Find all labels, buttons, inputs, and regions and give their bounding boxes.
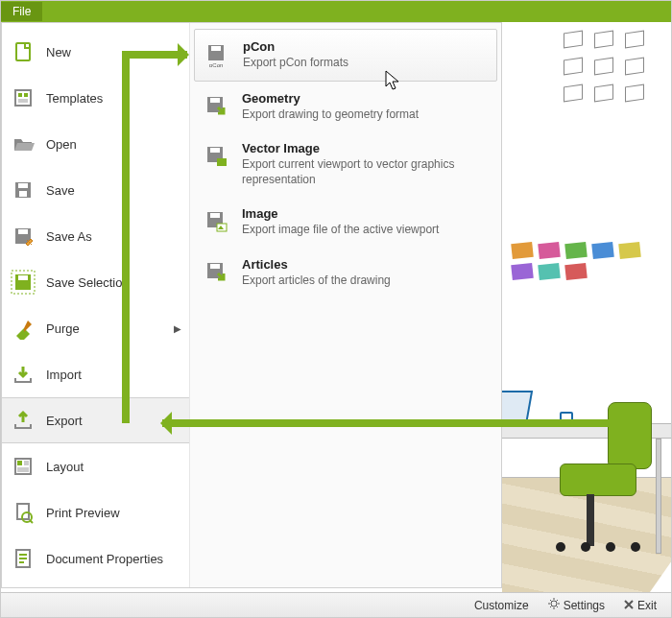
sub-title: Geometry: [242, 91, 488, 106]
purge-icon: [10, 315, 36, 342]
open-icon: [10, 131, 36, 157]
export-item-articles[interactable]: Articles Export articles of the drawing: [194, 248, 497, 298]
svg-rect-15: [24, 461, 29, 465]
file-item-templates[interactable]: Templates: [2, 75, 189, 121]
annotation-arrow: [122, 51, 130, 423]
gear-icon: [548, 598, 560, 612]
file-item-save[interactable]: Save: [2, 167, 189, 213]
file-item-open[interactable]: Open: [2, 121, 189, 167]
file-item-save-as[interactable]: Save As: [2, 213, 189, 259]
file-menu-panel: New Templates Open Save Save As Save Sel…: [1, 22, 502, 588]
pcon-export-icon: pCon: [204, 41, 231, 68]
file-item-label: Save Selection: [46, 275, 181, 290]
layout-icon: [10, 453, 36, 480]
svg-rect-2: [18, 93, 22, 97]
articles-export-icon: [204, 259, 230, 286]
import-icon: [10, 361, 36, 388]
print-preview-icon: [10, 499, 36, 526]
svg-rect-14: [17, 461, 22, 465]
sub-desc: Export image file of the active viewport: [242, 223, 488, 238]
menubar: File: [1, 1, 671, 22]
svg-point-33: [551, 601, 557, 606]
chevron-right-icon: ▶: [174, 323, 181, 334]
svg-rect-4: [18, 99, 28, 103]
file-item-label: Layout: [46, 460, 181, 474]
file-menu-column: New Templates Open Save Save As Save Sel…: [2, 23, 190, 587]
file-item-label: Document Properties: [46, 552, 181, 566]
svg-rect-16: [17, 467, 29, 472]
menu-file[interactable]: File: [1, 2, 42, 21]
statusbar: Customize Settings Exit: [1, 592, 671, 617]
scene-chair: [587, 494, 594, 546]
svg-text:pCon: pCon: [209, 62, 223, 67]
vector-image-export-icon: [204, 143, 230, 170]
export-item-geometry[interactable]: Geometry Export drawing to geometry form…: [194, 82, 497, 132]
export-icon: [10, 407, 36, 434]
sub-title: Image: [242, 206, 488, 221]
file-item-label: Print Preview: [46, 506, 181, 520]
sub-desc: Export drawing to geometry format: [242, 107, 488, 123]
settings-button[interactable]: Settings: [540, 594, 613, 616]
settings-label: Settings: [564, 599, 605, 612]
save-icon: [10, 177, 36, 203]
file-item-purge[interactable]: Purge ▶: [2, 305, 189, 351]
file-item-print-preview[interactable]: Print Preview: [2, 489, 189, 535]
annotation-arrow: [162, 419, 650, 427]
templates-icon: [10, 84, 36, 111]
sub-title: Vector Image: [242, 141, 488, 155]
svg-rect-29: [210, 213, 220, 218]
customize-button[interactable]: Customize: [466, 595, 538, 616]
file-item-label: Templates: [46, 91, 181, 106]
save-as-icon: [10, 223, 36, 250]
scene-chair: [608, 402, 652, 469]
svg-rect-9: [18, 229, 28, 234]
export-item-image[interactable]: Image Export image file of the active vi…: [194, 197, 497, 248]
export-item-vector-image[interactable]: Vector Image Export current viewport to …: [194, 131, 497, 197]
view-cube-grid[interactable]: [564, 32, 652, 108]
customize-label: Customize: [474, 599, 529, 612]
export-item-pcon[interactable]: pCon pCon Export pCon formats: [194, 29, 497, 82]
svg-rect-27: [217, 158, 227, 166]
file-item-save-selection[interactable]: Save Selection: [2, 259, 189, 305]
svg-rect-12: [18, 275, 28, 280]
file-item-label: Save As: [46, 229, 181, 244]
file-item-label: Purge: [46, 321, 164, 336]
file-item-label: Import: [46, 368, 181, 382]
sub-desc: Export pCon formats: [243, 56, 487, 71]
sub-desc: Export articles of the drawing: [242, 273, 488, 289]
scene-wall-art: [512, 243, 656, 279]
image-export-icon: [204, 208, 230, 235]
file-item-label: Open: [46, 137, 181, 152]
annotation-arrow: [122, 51, 187, 59]
svg-rect-6: [18, 183, 28, 188]
svg-rect-24: [210, 98, 220, 103]
sub-desc: Export current viewport to vector graphi…: [242, 157, 488, 187]
scene-chair: [560, 464, 636, 496]
close-icon: [624, 599, 634, 612]
export-submenu: pCon pCon Export pCon formats Geometry E…: [190, 23, 501, 587]
sub-title: Articles: [242, 257, 488, 272]
viewport-canvas: [502, 22, 671, 592]
file-item-label: Save: [46, 183, 181, 198]
exit-button[interactable]: Exit: [615, 595, 665, 616]
file-item-layout[interactable]: Layout: [2, 443, 189, 489]
scene-desk-leg: [656, 439, 661, 554]
svg-rect-3: [24, 93, 28, 97]
svg-rect-26: [210, 148, 220, 153]
geometry-export-icon: [204, 93, 230, 120]
svg-rect-7: [19, 191, 27, 197]
document-properties-icon: [10, 545, 36, 572]
cursor-icon: [385, 70, 402, 96]
svg-rect-0: [16, 43, 30, 60]
file-item-import[interactable]: Import: [2, 351, 189, 397]
sub-title: pCon: [243, 39, 487, 54]
new-icon: [10, 38, 36, 65]
save-selection-icon: [10, 269, 36, 296]
scene-chair: [556, 542, 642, 552]
exit-label: Exit: [637, 599, 657, 612]
svg-rect-1: [15, 90, 31, 106]
file-item-document-properties[interactable]: Document Properties: [2, 535, 189, 582]
svg-rect-21: [211, 46, 221, 51]
svg-rect-32: [210, 264, 220, 269]
